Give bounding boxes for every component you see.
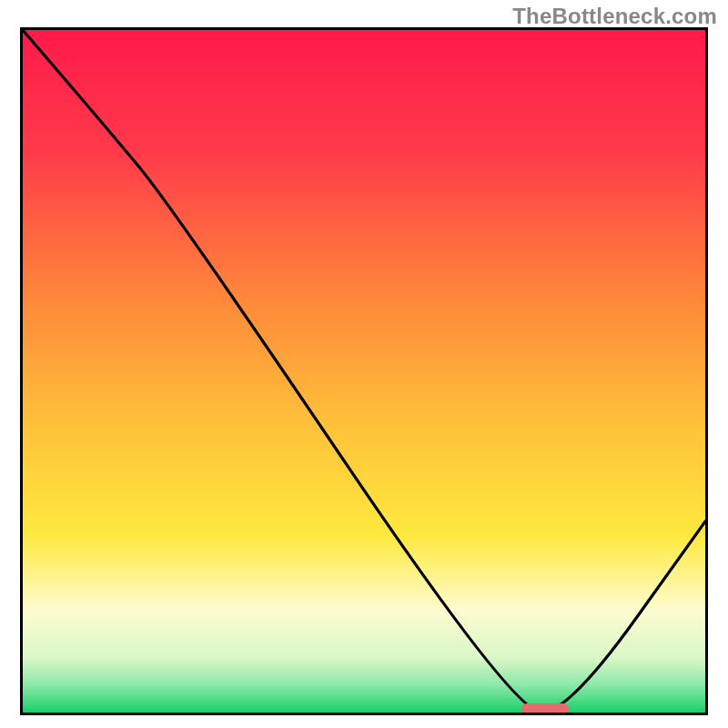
- curve-layer: [23, 30, 705, 713]
- chart-container: TheBottleneck.com: [0, 0, 728, 728]
- bottleneck-curve: [23, 30, 705, 713]
- chart-frame: [20, 27, 708, 715]
- optimal-marker: [521, 703, 570, 714]
- watermark-text: TheBottleneck.com: [512, 4, 717, 29]
